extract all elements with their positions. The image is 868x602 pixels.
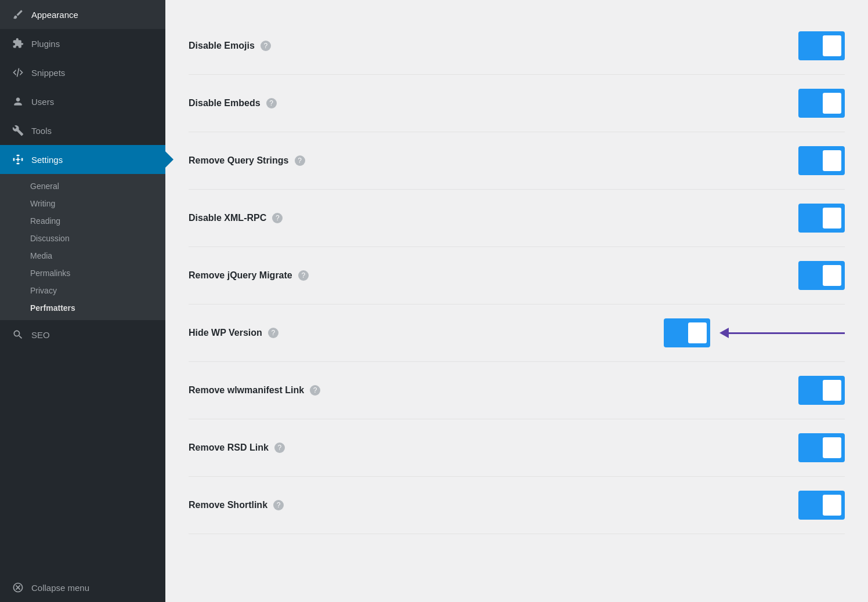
remove-query-strings-toggle[interactable] [798, 146, 845, 175]
remove-query-strings-toggle-knob [823, 150, 841, 171]
remove-shortlink-toggle-knob [823, 495, 841, 516]
hide-wp-version-label: Hide WP Version ? [189, 328, 664, 338]
users-icon [12, 95, 24, 108]
sidebar-item-snippets[interactable]: Snippets [0, 58, 165, 87]
settings-row-remove-query-strings: Remove Query Strings ? [189, 132, 845, 190]
hide-wp-version-toggle-container [664, 318, 845, 347]
disable-xml-rpc-label: Disable XML-RPC ? [189, 213, 798, 223]
remove-rsd-link-toggle-knob [823, 437, 841, 458]
settings-row-disable-emojis: Disable Emojis ? [189, 17, 845, 75]
disable-xml-rpc-toggle[interactable] [798, 204, 845, 233]
disable-xml-rpc-toggle-container [798, 204, 845, 233]
tools-icon [12, 124, 24, 137]
sidebar-item-snippets-label: Snippets [31, 68, 65, 78]
settings-row-disable-xml-rpc: Disable XML-RPC ? [189, 190, 845, 247]
disable-embeds-toggle[interactable] [798, 89, 845, 118]
plugins-icon [12, 37, 24, 50]
settings-row-disable-embeds: Disable Embeds ? [189, 75, 845, 132]
settings-row-remove-wlwmanifest-link: Remove wlwmanifest Link ? [189, 362, 845, 419]
sidebar-sub-item-perfmatters[interactable]: Perfmatters [30, 299, 165, 317]
sidebar-sub-item-privacy[interactable]: Privacy [30, 282, 165, 299]
remove-rsd-link-label: Remove RSD Link ? [189, 443, 798, 453]
sidebar-sub-item-permalinks[interactable]: Permalinks [30, 264, 165, 282]
remove-wlwmanifest-link-label: Remove wlwmanifest Link ? [189, 385, 798, 396]
settings-submenu: General Writing Reading Discussion Media… [0, 174, 165, 320]
remove-wlwmanifest-link-toggle-knob [823, 380, 841, 401]
remove-query-strings-label: Remove Query Strings ? [189, 155, 798, 166]
sidebar-item-seo[interactable]: SEO [0, 320, 165, 349]
disable-embeds-toggle-container [798, 89, 845, 118]
settings-row-remove-shortlink: Remove Shortlink ? [189, 477, 845, 534]
sidebar-sub-item-discussion[interactable]: Discussion [30, 230, 165, 247]
arrow-line [729, 332, 845, 334]
sidebar-sub-item-media[interactable]: Media [30, 247, 165, 264]
svg-rect-0 [17, 155, 20, 157]
settings-icon [12, 153, 24, 166]
sidebar-item-appearance-label: Appearance [31, 10, 78, 20]
paintbrush-icon [12, 8, 24, 21]
sidebar-item-plugins-label: Plugins [31, 39, 60, 49]
remove-query-strings-toggle-container [798, 146, 845, 175]
remove-rsd-link-toggle[interactable] [798, 433, 845, 462]
disable-embeds-label: Disable Embeds ? [189, 98, 798, 108]
remove-query-strings-help-icon[interactable]: ? [295, 155, 305, 166]
disable-xml-rpc-toggle-knob [823, 208, 841, 229]
sidebar-item-users-label: Users [31, 97, 54, 107]
disable-emojis-toggle[interactable] [798, 31, 845, 60]
snippets-icon [12, 66, 24, 79]
sidebar-collapse-label: Collapse menu [31, 583, 89, 593]
sidebar-item-settings[interactable]: Settings [0, 145, 165, 174]
remove-wlwmanifest-link-toggle-container [798, 376, 845, 405]
remove-jquery-migrate-help-icon[interactable]: ? [298, 270, 309, 281]
remove-shortlink-help-icon[interactable]: ? [273, 500, 284, 510]
remove-shortlink-label: Remove Shortlink ? [189, 500, 798, 510]
seo-icon [12, 328, 24, 341]
remove-jquery-migrate-label: Remove jQuery Migrate ? [189, 270, 798, 281]
remove-rsd-link-help-icon[interactable]: ? [274, 443, 285, 453]
hide-wp-version-help-icon[interactable]: ? [268, 328, 279, 338]
sidebar-seo-label: SEO [31, 330, 50, 340]
disable-embeds-help-icon[interactable]: ? [266, 98, 277, 108]
sidebar-item-plugins[interactable]: Plugins [0, 29, 165, 58]
sidebar-item-settings-label: Settings [31, 155, 63, 165]
settings-row-remove-rsd-link: Remove RSD Link ? [189, 419, 845, 477]
remove-shortlink-toggle-container [798, 491, 845, 520]
sidebar-item-appearance[interactable]: Appearance [0, 0, 165, 29]
disable-emojis-label: Disable Emojis ? [189, 41, 798, 51]
remove-wlwmanifest-link-help-icon[interactable]: ? [310, 385, 320, 396]
remove-jquery-migrate-toggle-knob [823, 265, 841, 286]
sidebar-sub-item-writing[interactable]: Writing [30, 195, 165, 212]
sidebar-sub-item-general[interactable]: General [30, 177, 165, 195]
settings-row-remove-jquery-migrate: Remove jQuery Migrate ? [189, 247, 845, 304]
svg-rect-1 [17, 163, 20, 165]
main-content: Disable Emojis ? Disable Embeds ? Remove… [165, 0, 868, 602]
disable-embeds-toggle-knob [823, 93, 841, 114]
disable-emojis-toggle-container [798, 31, 845, 60]
remove-shortlink-toggle[interactable] [798, 491, 845, 520]
sidebar-collapse-button[interactable]: Collapse menu [0, 573, 165, 602]
remove-wlwmanifest-link-toggle[interactable] [798, 376, 845, 405]
remove-jquery-migrate-toggle[interactable] [798, 261, 845, 290]
svg-rect-3 [21, 158, 23, 161]
remove-rsd-link-toggle-container [798, 433, 845, 462]
sidebar-item-tools[interactable]: Tools [0, 116, 165, 145]
sidebar: Appearance Plugins Snippets Users [0, 0, 165, 602]
arrow-annotation [719, 328, 845, 338]
disable-emojis-toggle-knob [823, 35, 841, 56]
disable-emojis-help-icon[interactable]: ? [261, 41, 271, 51]
hide-wp-version-toggle-knob [688, 322, 707, 343]
remove-jquery-migrate-toggle-container [798, 261, 845, 290]
sidebar-item-users[interactable]: Users [0, 87, 165, 116]
settings-row-hide-wp-version: Hide WP Version ? [189, 304, 845, 362]
hide-wp-version-toggle[interactable] [664, 318, 710, 347]
disable-xml-rpc-help-icon[interactable]: ? [272, 213, 283, 223]
sidebar-item-tools-label: Tools [31, 126, 52, 136]
svg-rect-2 [13, 158, 15, 161]
arrow-head [719, 328, 729, 338]
sidebar-sub-item-reading[interactable]: Reading [30, 212, 165, 230]
collapse-icon [12, 581, 24, 594]
